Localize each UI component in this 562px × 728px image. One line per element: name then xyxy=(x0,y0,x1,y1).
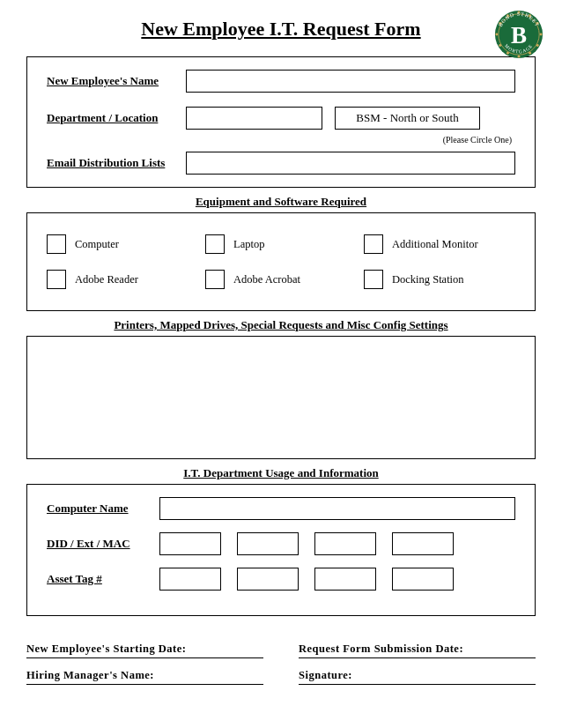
asset-input-2[interactable] xyxy=(237,568,299,591)
footer-section: New Employee's Starting Date: Request Fo… xyxy=(26,643,536,685)
name-input[interactable] xyxy=(186,70,515,93)
computer-name-label: Computer Name xyxy=(47,501,159,516)
check-item-computer: Computer xyxy=(47,234,198,254)
checkbox-reader[interactable] xyxy=(47,270,66,289)
signature-field[interactable]: Signature: xyxy=(299,669,536,685)
employee-info-section: New Employee's Name Department / Locatio… xyxy=(26,56,536,188)
it-header: I.T. Department Usage and Information xyxy=(26,466,536,480)
asset-input-4[interactable] xyxy=(392,568,454,591)
check-item-acrobat: Adobe Acrobat xyxy=(205,270,357,289)
check-label: Computer xyxy=(75,238,119,251)
misc-header: Printers, Mapped Drives, Special Request… xyxy=(26,318,536,332)
asset-input-1[interactable] xyxy=(159,568,221,591)
checkbox-monitor[interactable] xyxy=(364,234,383,254)
did-input-2[interactable] xyxy=(237,532,299,555)
checkbox-computer[interactable] xyxy=(47,234,66,254)
asset-input-3[interactable] xyxy=(314,568,376,591)
misc-textarea[interactable] xyxy=(26,336,536,459)
dept-input[interactable] xyxy=(186,107,322,130)
computer-name-input[interactable] xyxy=(159,497,515,520)
checkbox-laptop[interactable] xyxy=(205,234,225,254)
asset-label: Asset Tag # xyxy=(47,572,159,586)
name-label: New Employee's Name xyxy=(47,74,186,88)
start-date-field[interactable]: New Employee's Starting Date: xyxy=(26,643,263,658)
check-label: Additional Monitor xyxy=(392,238,478,251)
check-item-reader: Adobe Reader xyxy=(47,270,198,289)
it-section: Computer Name DID / Ext / MAC Asset Tag … xyxy=(26,484,536,616)
did-input-3[interactable] xyxy=(314,532,376,555)
email-label: Email Distribution Lists xyxy=(47,156,186,170)
submit-date-field[interactable]: Request Form Submission Date: xyxy=(299,643,536,658)
check-label: Docking Station xyxy=(392,273,464,286)
did-input-4[interactable] xyxy=(392,532,454,555)
checkbox-docking[interactable] xyxy=(364,270,383,289)
email-input[interactable] xyxy=(186,152,515,175)
checkbox-acrobat[interactable] xyxy=(205,270,225,289)
page-title: New Employee I.T. Request Form xyxy=(141,18,420,41)
check-label: Adobe Acrobat xyxy=(233,273,300,286)
check-label: Adobe Reader xyxy=(75,273,138,286)
svg-point-10 xyxy=(495,33,498,36)
manager-field[interactable]: Hiring Manager's Name: xyxy=(26,669,263,685)
bsm-option[interactable]: BSM - North or South xyxy=(335,107,480,130)
check-label: Laptop xyxy=(233,238,264,251)
did-input-1[interactable] xyxy=(159,532,221,555)
check-item-laptop: Laptop xyxy=(205,234,357,254)
circle-note: (Please Circle One) xyxy=(47,135,512,145)
svg-point-4 xyxy=(540,33,543,36)
equipment-section: Computer Laptop Additional Monitor Adobe… xyxy=(26,212,536,311)
equipment-header: Equipment and Software Required xyxy=(26,195,536,209)
check-item-docking: Docking Station xyxy=(364,270,515,289)
check-item-monitor: Additional Monitor xyxy=(364,234,515,254)
svg-text:B: B xyxy=(511,22,527,48)
company-logo: BOND STREET MORTGAGE B xyxy=(493,9,544,63)
dept-label: Department / Location xyxy=(47,111,186,125)
svg-point-7 xyxy=(518,56,521,58)
did-label: DID / Ext / MAC xyxy=(47,537,159,551)
